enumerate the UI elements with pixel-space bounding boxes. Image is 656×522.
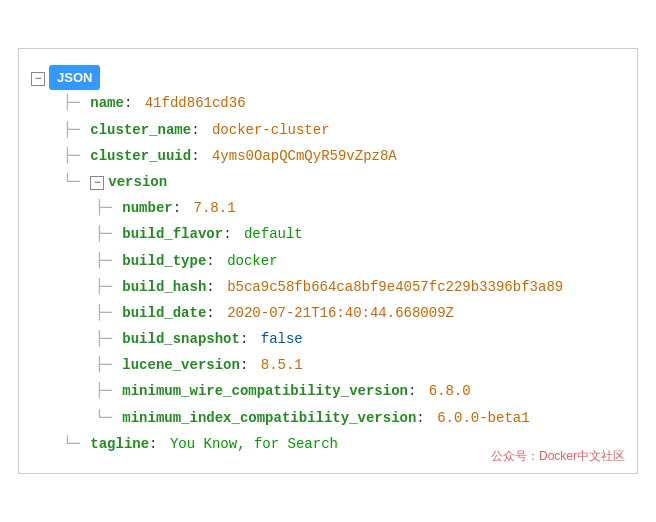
min-wire-colon: : [408,379,425,404]
branch-build-snapshot: ├─ [95,326,120,351]
branch-build-date: ├─ [95,300,120,325]
name-row: ├─ name : 41fdd861cd36 [31,90,625,116]
lucene-version-key: lucene_version [122,353,240,378]
build-type-row: ├─ build_type : docker [31,248,625,274]
min-wire-val: 6.8.0 [429,379,471,404]
branch-tagline: └─ [63,431,88,456]
root-expand-icon[interactable]: − [31,72,45,86]
build-snapshot-val: false [261,327,303,352]
build-date-val: 2020-07-21T16:40:44.668009Z [227,301,454,326]
min-index-val: 6.0.0-beta1 [437,406,529,431]
min-wire-row: ├─ minimum_wire_compatibility_version : … [31,378,625,404]
version-expand-icon[interactable]: − [90,176,104,190]
build-date-colon: : [206,301,223,326]
version-key: version [108,170,167,195]
number-colon: : [173,196,190,221]
json-badge: JSON [49,65,100,90]
branch-min-wire: ├─ [95,378,120,403]
name-val: 41fdd861cd36 [145,91,246,116]
cluster-uuid-key: cluster_uuid [90,144,191,169]
cluster-uuid-val: 4yms0OapQCmQyR59vZpz8A [212,144,397,169]
build-date-row: ├─ build_date : 2020-07-21T16:40:44.6680… [31,300,625,326]
build-snapshot-colon: : [240,327,257,352]
tagline-key: tagline [90,432,149,457]
branch-lucene-version: ├─ [95,352,120,377]
build-hash-colon: : [206,275,223,300]
branch-build-hash: ├─ [95,274,120,299]
build-type-colon: : [206,249,223,274]
build-snapshot-key: build_snapshot [122,327,240,352]
name-colon: : [124,91,141,116]
cluster-name-colon: : [191,118,208,143]
build-date-key: build_date [122,301,206,326]
json-viewer: − JSON ├─ name : 41fdd861cd36 ├─ cluster… [18,48,638,474]
lucene-version-row: ├─ lucene_version : 8.5.1 [31,352,625,378]
number-row: ├─ number : 7.8.1 [31,195,625,221]
branch-cluster-name: ├─ [63,117,88,142]
cluster-name-val: docker-cluster [212,118,330,143]
min-index-key: minimum_index_compatibility_version [122,406,416,431]
build-snapshot-row: ├─ build_snapshot : false [31,326,625,352]
build-flavor-key: build_flavor [122,222,223,247]
tagline-val: You Know, for Search [170,432,338,457]
branch-build-flavor: ├─ [95,221,120,246]
number-val: 7.8.1 [194,196,236,221]
root-row: − JSON [31,65,625,90]
branch-name: ├─ [63,90,88,115]
lucene-version-val: 8.5.1 [261,353,303,378]
branch-min-index: └─ [95,405,120,430]
min-wire-key: minimum_wire_compatibility_version [122,379,408,404]
build-flavor-colon: : [223,222,240,247]
cluster-uuid-row: ├─ cluster_uuid : 4yms0OapQCmQyR59vZpz8A [31,143,625,169]
watermark: 公众号：Docker中文社区 [491,448,625,465]
min-index-row: └─ minimum_index_compatibility_version :… [31,405,625,431]
branch-cluster-uuid: ├─ [63,143,88,168]
build-hash-row: ├─ build_hash : b5ca9c58fb664ca8bf9e4057… [31,274,625,300]
build-hash-key: build_hash [122,275,206,300]
version-row: └─ − version [31,169,625,195]
branch-build-type: ├─ [95,248,120,273]
min-index-colon: : [416,406,433,431]
cluster-name-key: cluster_name [90,118,191,143]
branch-number: ├─ [95,195,120,220]
number-key: number [122,196,172,221]
build-type-val: docker [227,249,277,274]
build-flavor-val: default [244,222,303,247]
build-hash-val: b5ca9c58fb664ca8bf9e4057fc229b3396bf3a89 [227,275,563,300]
name-key: name [90,91,124,116]
tagline-colon: : [149,432,166,457]
branch-version: └─ [63,169,88,194]
lucene-version-colon: : [240,353,257,378]
cluster-uuid-colon: : [191,144,208,169]
build-flavor-row: ├─ build_flavor : default [31,221,625,247]
cluster-name-row: ├─ cluster_name : docker-cluster [31,117,625,143]
build-type-key: build_type [122,249,206,274]
